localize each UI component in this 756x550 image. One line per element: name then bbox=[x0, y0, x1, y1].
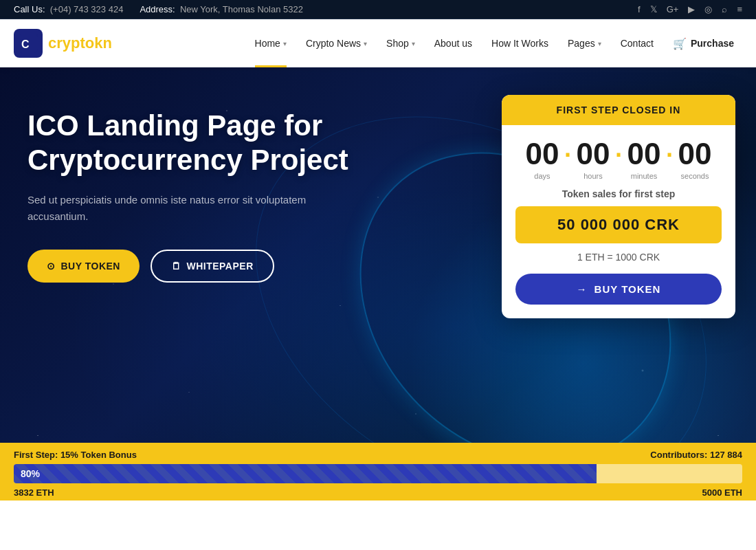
address-text: Address: bbox=[140, 4, 175, 14]
chevron-down-icon: ▾ bbox=[598, 40, 601, 47]
timer-separator-3: · bbox=[665, 142, 674, 169]
nav-crypto-news[interactable]: Crypto News ▾ bbox=[298, 19, 375, 67]
countdown-header: FIRST STEP CLOSED IN bbox=[502, 95, 735, 125]
timer-seconds: 00 seconds bbox=[674, 139, 715, 180]
nav-crypto-news-label: Crypto News bbox=[306, 38, 361, 49]
nav-contact-label: Contact bbox=[621, 38, 654, 49]
countdown-body: 00 days · 00 hours · 00 minutes · 00 sec… bbox=[502, 125, 735, 318]
eth-raised: 3832 ETH bbox=[14, 487, 54, 498]
timer-separator-2: · bbox=[614, 142, 623, 169]
timer-hours: 00 hours bbox=[572, 139, 614, 180]
logo-name-2: kn bbox=[94, 34, 112, 52]
nav-about-us[interactable]: About us bbox=[426, 19, 480, 67]
twitter-icon[interactable]: 𝕏 bbox=[650, 4, 657, 14]
hero-content: ICO Landing Page for Cryptocurrency Proj… bbox=[27, 109, 357, 283]
days-label: days bbox=[522, 172, 563, 180]
youtube-icon[interactable]: ▶ bbox=[688, 4, 695, 14]
hero-title: ICO Landing Page for Cryptocurrency Proj… bbox=[27, 109, 357, 178]
header: C cryptokn Home ▾ Crypto News ▾ Shop ▾ A… bbox=[0, 19, 756, 67]
call-label: Call Us: (+04) 743 323 424 bbox=[14, 4, 123, 14]
nav-purchase[interactable]: 🛒 Purchase bbox=[665, 19, 742, 67]
progress-left-label: First Step: 15% Token Bonus bbox=[14, 450, 137, 460]
whitepaper-button[interactable]: 🗒 WHITEPAPER bbox=[151, 250, 274, 283]
purchase-label: Purchase bbox=[691, 38, 734, 49]
hours-value: 00 bbox=[572, 139, 614, 169]
token-amount: 50 000 000 CRK bbox=[515, 206, 722, 243]
buy-token-label: BUY TOKEN bbox=[61, 261, 120, 272]
chevron-down-icon: ▾ bbox=[364, 40, 367, 47]
call-us-text: Call Us: bbox=[14, 4, 45, 14]
progress-top-labels: First Step: 15% Token Bonus Contributors… bbox=[14, 450, 742, 460]
countdown-timer: 00 days · 00 hours · 00 minutes · 00 sec… bbox=[515, 139, 722, 180]
logo-icon: C bbox=[14, 29, 43, 58]
nav-shop[interactable]: Shop ▾ bbox=[378, 19, 423, 67]
progress-bar-fill: 80% bbox=[14, 464, 597, 483]
progress-bar-container: 80% bbox=[14, 464, 742, 483]
hero-subtitle: Sed ut perspiciatis unde omnis iste natu… bbox=[27, 192, 357, 225]
timer-separator-1: · bbox=[563, 142, 572, 169]
nav-pages-label: Pages bbox=[568, 38, 595, 49]
top-bar-icons: f 𝕏 G+ ▶ ◎ ⌕ ≡ bbox=[638, 4, 742, 14]
hero-buttons: ⊙ BUY TOKEN 🗒 WHITEPAPER bbox=[27, 250, 357, 283]
chevron-down-icon: ▾ bbox=[283, 40, 287, 47]
countdown-card: FIRST STEP CLOSED IN 00 days · 00 hours … bbox=[502, 95, 735, 318]
facebook-icon[interactable]: f bbox=[638, 4, 641, 14]
nav-shop-label: Shop bbox=[386, 38, 409, 49]
address-label: Address: New York, Thomas Nolan 5322 bbox=[140, 4, 303, 14]
googleplus-icon[interactable]: G+ bbox=[667, 4, 679, 14]
timer-days: 00 days bbox=[522, 139, 563, 180]
chevron-down-icon: ▾ bbox=[412, 40, 415, 47]
main-nav: Home ▾ Crypto News ▾ Shop ▾ About us How… bbox=[247, 19, 742, 67]
buy-token-card-label: BUY TOKEN bbox=[594, 283, 661, 295]
eth-goal: 5000 ETH bbox=[702, 487, 742, 498]
svg-text:C: C bbox=[21, 38, 30, 50]
buy-token-button[interactable]: ⊙ BUY TOKEN bbox=[27, 250, 140, 283]
eth-rate: 1 ETH = 1000 CRK bbox=[515, 252, 722, 263]
minutes-value: 00 bbox=[623, 139, 665, 169]
logo[interactable]: C cryptokn bbox=[14, 29, 112, 58]
top-bar: Call Us: (+04) 743 323 424 Address: New … bbox=[0, 0, 756, 19]
document-icon: 🗒 bbox=[171, 261, 181, 272]
logo-name-1: crypto bbox=[48, 34, 94, 52]
search-icon[interactable]: ⌕ bbox=[722, 4, 727, 14]
progress-percent: 80% bbox=[21, 468, 40, 479]
nav-home[interactable]: Home ▾ bbox=[247, 19, 295, 67]
seconds-label: seconds bbox=[674, 172, 715, 180]
hours-label: hours bbox=[572, 172, 614, 180]
whitepaper-label: WHITEPAPER bbox=[186, 261, 253, 272]
minutes-label: minutes bbox=[623, 172, 665, 180]
phone-number: (+04) 743 323 424 bbox=[50, 4, 124, 14]
nav-how-it-works-label: How It Works bbox=[491, 38, 548, 49]
nav-how-it-works[interactable]: How It Works bbox=[483, 19, 557, 67]
instagram-icon[interactable]: ◎ bbox=[704, 4, 712, 14]
buy-token-card-button[interactable]: → BUY TOKEN bbox=[515, 274, 722, 305]
arrow-icon: → bbox=[577, 283, 588, 295]
progress-right-label: Contributors: 127 884 bbox=[650, 450, 742, 460]
menu-icon[interactable]: ≡ bbox=[737, 4, 742, 14]
cart-icon: 🛒 bbox=[673, 37, 687, 50]
progress-section: First Step: 15% Token Bonus Contributors… bbox=[0, 443, 756, 500]
top-bar-contact: Call Us: (+04) 743 323 424 Address: New … bbox=[14, 4, 303, 14]
progress-bottom-labels: 3832 ETH 5000 ETH bbox=[14, 487, 742, 498]
token-sales-label: Token sales for first step bbox=[515, 188, 722, 199]
logo-text: cryptokn bbox=[48, 34, 112, 52]
hero-section: ICO Landing Page for Cryptocurrency Proj… bbox=[0, 67, 756, 500]
nav-about-us-label: About us bbox=[434, 38, 472, 49]
target-icon: ⊙ bbox=[47, 261, 56, 272]
days-value: 00 bbox=[522, 139, 563, 169]
nav-pages[interactable]: Pages ▾ bbox=[559, 19, 610, 67]
seconds-value: 00 bbox=[674, 139, 715, 169]
timer-minutes: 00 minutes bbox=[623, 139, 665, 180]
nav-home-label: Home bbox=[255, 38, 280, 49]
nav-contact[interactable]: Contact bbox=[612, 19, 662, 67]
address-value: New York, Thomas Nolan 5322 bbox=[180, 4, 303, 14]
